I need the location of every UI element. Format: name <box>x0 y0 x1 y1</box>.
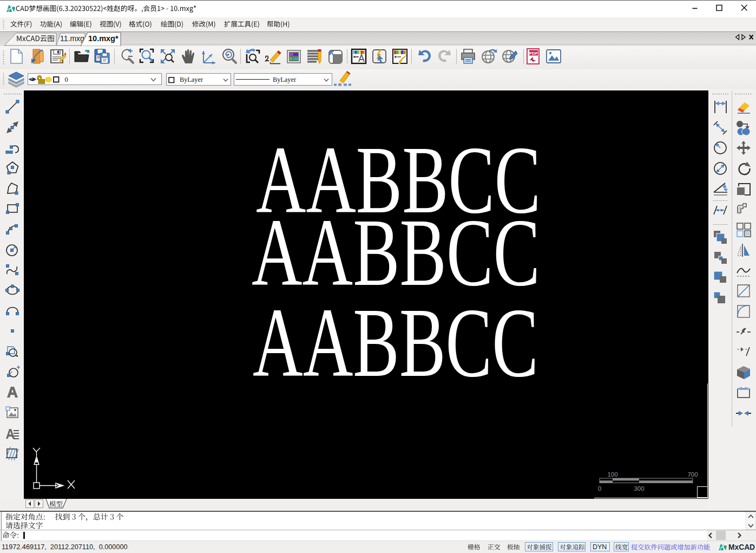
svg-text:0: 0 <box>598 485 601 492</box>
svg-text:PDF: PDF <box>529 51 538 56</box>
svg-text:700: 700 <box>687 471 698 478</box>
svg-text:100: 100 <box>607 471 617 478</box>
svg-text:300: 300 <box>634 485 644 492</box>
